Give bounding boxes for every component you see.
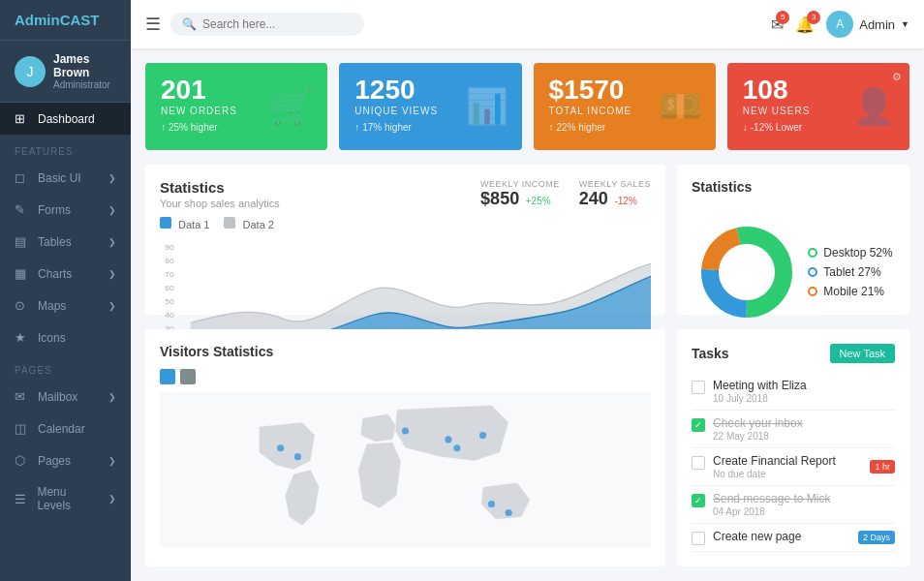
- topbar-user-menu[interactable]: A Admin ▼: [826, 11, 909, 38]
- location-dot-3: [402, 427, 409, 434]
- weekly-sales-value-row: 240 -12%: [579, 189, 651, 209]
- chevron-right-icon: ❯: [108, 456, 116, 466]
- visitors-statistics-section: Visitors Statistics: [145, 329, 665, 566]
- data1-label: Data 1: [178, 219, 209, 230]
- stats-panel-title: Statistics: [692, 179, 895, 195]
- task-item-2: ✓ Check your inbox 22 May 2018: [692, 411, 895, 448]
- sidebar-item-basic-ui[interactable]: ◻ Basic UI ❯: [0, 162, 131, 194]
- sidebar-item-label: Menu Levels: [37, 485, 101, 512]
- map-zoom-out-button[interactable]: [180, 369, 196, 384]
- chart-stats: WEEKLY INCOME $850 +25% WEEKLY SALES 240…: [480, 179, 651, 209]
- task-name-3: Create Financial Report: [713, 454, 836, 468]
- weekly-sales-stat: WEEKLY SALES 240 -12%: [579, 179, 651, 209]
- cart-icon: 🛒: [270, 86, 314, 127]
- data2-label: Data 2: [243, 219, 274, 230]
- notif-badge: 3: [807, 11, 820, 24]
- sidebar-user: J James Brown Administrator: [0, 41, 131, 103]
- charts-icon: ▦: [15, 266, 30, 281]
- chevron-down-icon: ▼: [901, 19, 909, 29]
- forms-icon: ✎: [15, 202, 30, 217]
- basic-ui-icon: ◻: [15, 170, 30, 185]
- bottom-row: Visitors Statistics: [145, 329, 909, 566]
- africa: [358, 443, 401, 508]
- gear-icon: ⚙: [892, 71, 902, 83]
- world-map-svg: [160, 392, 651, 547]
- statistics-chart-section: Statistics Your shop sales analytics WEE…: [145, 165, 665, 315]
- task-checkbox-2[interactable]: ✓: [692, 418, 705, 432]
- task-item-3: Create Financial Report No due date 1 hr: [692, 448, 895, 486]
- task-info-5: Create new page: [713, 530, 801, 543]
- task-badge-3: 1 hr: [870, 460, 895, 474]
- svg-text:60: 60: [165, 285, 173, 292]
- chart-title: Statistics: [160, 179, 280, 196]
- task-info-3: Create Financial Report No due date: [713, 454, 836, 479]
- svg-text:90: 90: [165, 244, 173, 252]
- sidebar-item-calendar[interactable]: ◫ Calendar: [0, 413, 131, 444]
- tablet-legend-icon: [808, 267, 817, 277]
- sidebar-item-label: Dashboard: [38, 112, 95, 126]
- sidebar-item-icons[interactable]: ★ Icons: [0, 321, 131, 353]
- user-role: Administrator: [53, 79, 116, 90]
- user-name: James Brown: [53, 52, 116, 79]
- chevron-right-icon: ❯: [108, 237, 116, 247]
- chevron-right-icon: ❯: [108, 269, 116, 279]
- svg-text:50: 50: [165, 298, 173, 306]
- search-icon: 🔍: [182, 17, 197, 31]
- chevron-right-icon: ❯: [108, 301, 116, 311]
- pages-label: PAGES: [0, 353, 131, 381]
- task-name-1: Meeting with Eliza: [713, 379, 807, 392]
- sidebar-item-tables[interactable]: ▤ Tables ❯: [0, 226, 131, 258]
- task-checkbox-5[interactable]: [692, 532, 705, 545]
- search-input[interactable]: [202, 17, 353, 31]
- topbar: ☰ 🔍 ✉ 5 🔔 3 A Admin ▼: [131, 0, 924, 48]
- sidebar-item-label: Charts: [38, 267, 72, 281]
- desktop-legend-label: Desktop 52%: [823, 246, 892, 260]
- stat-card-orders: 201 NEW ORDERS ↑ 25% higher 🛒: [145, 63, 327, 150]
- task-name-2: Check your inbox: [713, 416, 803, 430]
- task-name-5: Create new page: [713, 530, 801, 543]
- desktop-legend-icon: [808, 248, 817, 258]
- task-info-1: Meeting with Eliza 10 July 2018: [713, 379, 807, 404]
- legend-item-desktop: Desktop 52%: [808, 246, 892, 260]
- sidebar-item-label: Calendar: [38, 422, 85, 436]
- chart-bar-icon: 📊: [465, 86, 508, 127]
- menu-icon: ☰: [15, 492, 29, 506]
- chevron-right-icon: ❯: [108, 205, 116, 215]
- mail-badge: 5: [776, 11, 789, 24]
- menu-toggle-button[interactable]: ☰: [145, 14, 161, 35]
- location-dot-6: [479, 432, 486, 439]
- pages-icon: ⬡: [15, 453, 30, 468]
- weekly-income-value: $850: [480, 189, 519, 208]
- content-area: 201 NEW ORDERS ↑ 25% higher 🛒 1250 UNIQU…: [131, 48, 924, 581]
- calendar-icon: ◫: [15, 421, 30, 436]
- logo-text: AdminCAST: [15, 12, 100, 28]
- sidebar-item-dashboard[interactable]: ⊞ Dashboard: [0, 103, 131, 135]
- users-icon: 👤: [852, 86, 896, 127]
- visitors-title: Visitors Statistics: [160, 344, 651, 359]
- task-checkbox-1[interactable]: [692, 381, 705, 394]
- weekly-income-trend: +25%: [526, 196, 551, 206]
- sidebar-item-mailbox[interactable]: ✉ Mailbox ❯: [0, 381, 131, 413]
- task-checkbox-3[interactable]: [692, 456, 705, 470]
- sidebar: AdminCAST J James Brown Administrator ⊞ …: [0, 0, 131, 581]
- weekly-income-label: WEEKLY INCOME: [480, 179, 560, 189]
- sidebar-item-forms[interactable]: ✎ Forms ❯: [0, 194, 131, 226]
- dashboard-icon: ⊞: [15, 111, 30, 126]
- sidebar-item-charts[interactable]: ▦ Charts ❯: [0, 258, 131, 290]
- task-checkbox-4[interactable]: ✓: [692, 494, 705, 507]
- weekly-sales-label: WEEKLY SALES: [579, 179, 651, 189]
- sidebar-item-pages[interactable]: ⬡ Pages ❯: [0, 444, 131, 476]
- task-info-4: Send message to Mick 04 Apr 2018: [713, 492, 830, 517]
- sidebar-item-maps[interactable]: ⊙ Maps ❯: [0, 290, 131, 321]
- sidebar-item-menu-levels[interactable]: ☰ Menu Levels ❯: [0, 476, 131, 521]
- donut-legend: Desktop 52% Tablet 27% Mobile 21%: [808, 219, 892, 325]
- task-date-3: No due date: [713, 469, 836, 479]
- task-item-4: ✓ Send message to Mick 04 Apr 2018: [692, 486, 895, 524]
- chart-subtitle: Your shop sales analytics: [160, 198, 280, 209]
- notification-button[interactable]: 🔔 3: [795, 15, 815, 34]
- new-task-button[interactable]: New Task: [830, 344, 895, 363]
- stat-card-income: $1570 TOTAL INCOME ↑ 22% higher 💵: [534, 63, 716, 150]
- mail-button[interactable]: ✉ 5: [771, 15, 784, 34]
- map-zoom-in-button[interactable]: [160, 369, 175, 384]
- chart-legend: Data 1 Data 2: [160, 217, 651, 230]
